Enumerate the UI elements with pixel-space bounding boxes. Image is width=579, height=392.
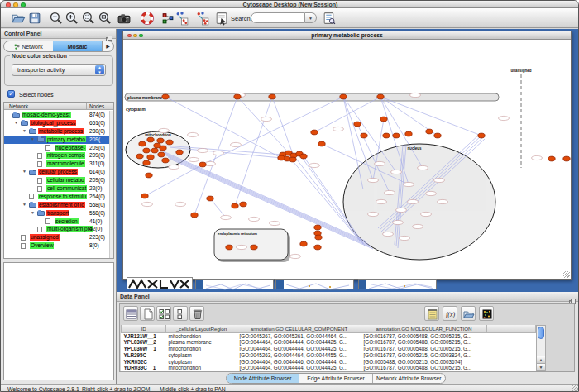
graph-node-unselected[interactable] — [426, 191, 437, 195]
tree-row[interactable]: unassigned223(0) — [4, 233, 114, 241]
new-attribute-icon[interactable] — [140, 306, 155, 321]
scrollbar-thumb[interactable] — [538, 327, 544, 339]
graph-node[interactable] — [191, 213, 198, 218]
graph-node[interactable] — [340, 94, 347, 99]
graph-node[interactable] — [300, 241, 307, 246]
graph-node[interactable] — [380, 117, 387, 122]
title-bar[interactable]: Cytoscape Desktop (New Session) — [1, 1, 579, 8]
graph-node-unselected[interactable] — [434, 178, 445, 182]
tree-row[interactable]: Overview8(0) — [4, 241, 114, 250]
tab-network[interactable]: Network — [4, 41, 53, 51]
table-icon[interactable] — [123, 306, 138, 321]
graph-node-unselected[interactable] — [376, 199, 387, 203]
table-scrollbar[interactable]: ▲ ▼ — [536, 325, 546, 371]
node-color-combo[interactable]: transporter activity ▲▼ — [12, 64, 106, 76]
graph-node-unselected[interactable] — [249, 217, 260, 221]
graph-node[interactable] — [548, 156, 555, 161]
graph-node-unselected[interactable] — [393, 220, 404, 224]
tree-row[interactable]: ▼transport558(0) — [4, 209, 114, 218]
graph-edge[interactable] — [194, 97, 237, 215]
help-lifesaver-icon[interactable] — [140, 11, 155, 26]
zoom-out-icon[interactable] — [49, 11, 64, 26]
graph-node[interactable] — [146, 173, 152, 178]
birds-eye-view[interactable] — [3, 262, 114, 380]
minimized-view-3[interactable] — [275, 279, 354, 289]
tree-expander-icon[interactable]: ▼ — [22, 128, 26, 133]
graph-node[interactable] — [143, 148, 150, 153]
graph-node[interactable] — [314, 225, 321, 230]
graph-node-unselected[interactable] — [438, 199, 448, 203]
graph-node[interactable] — [162, 158, 169, 163]
notepad-icon[interactable] — [424, 306, 439, 321]
graph-node[interactable] — [151, 148, 158, 153]
graph-node[interactable] — [311, 130, 318, 135]
graph-node[interactable] — [143, 160, 150, 165]
table-row[interactable]: YJR121W__1mitochondrion[GO:0045267, GO:0… — [122, 332, 536, 339]
graph-node-unselected[interactable] — [418, 165, 428, 170]
tree-row[interactable]: ▼cellular process614(0) — [4, 168, 114, 176]
graph-node[interactable] — [154, 143, 160, 148]
tab-mosaic[interactable]: Mosaic — [53, 41, 102, 51]
select-nodes-checkbox[interactable]: ✓ — [7, 90, 15, 98]
formula-icon[interactable]: f(x) — [443, 306, 457, 321]
graph-node-unselected[interactable] — [375, 161, 385, 165]
open-folder-icon[interactable] — [11, 11, 26, 26]
network-window-titlebar[interactable]: primary metabolic process — [123, 31, 571, 40]
graph-node[interactable] — [478, 133, 485, 138]
graph-node-unselected[interactable] — [499, 116, 510, 120]
graph-node-unselected[interactable] — [421, 212, 432, 216]
graph-node-unselected[interactable] — [383, 232, 394, 236]
graph-node-unselected[interactable] — [159, 128, 170, 132]
graph-node[interactable] — [405, 131, 412, 136]
table-row[interactable]: YDR039C__1mitochondrion[GO:0044464, GO:0… — [122, 365, 536, 371]
graph-node-unselected[interactable] — [309, 163, 320, 167]
table-row[interactable]: YPL036W__1mitochondrion[GO:0044464, GO:0… — [122, 346, 536, 352]
graph-node[interactable] — [162, 94, 169, 99]
table-row[interactable]: YKR052Ccytoplasm[GO:0044464, GO:0044446,… — [122, 358, 536, 365]
graph-node[interactable] — [226, 245, 232, 250]
graph-node-unselected[interactable] — [333, 127, 344, 131]
matrix-view-icon[interactable] — [479, 306, 494, 321]
graph-edge[interactable] — [272, 97, 294, 156]
graph-node-unselected[interactable] — [532, 155, 543, 160]
zoom-selected-icon[interactable] — [81, 11, 96, 26]
graph-node[interactable] — [147, 155, 154, 160]
minimized-view-4[interactable] — [358, 279, 437, 289]
network-view-window[interactable]: primary metabolic process plasma membran… — [122, 31, 572, 280]
graph-node[interactable] — [157, 138, 164, 143]
graph-node[interactable] — [158, 152, 165, 157]
graph-node-unselected[interactable] — [221, 215, 232, 219]
tree-row[interactable]: ▼primary metabo209(... — [4, 136, 114, 144]
graph-node[interactable] — [147, 137, 154, 142]
save-session-icon[interactable] — [27, 11, 42, 26]
tree-scrollbar[interactable] — [109, 111, 113, 258]
graph-edge[interactable] — [203, 97, 343, 165]
tree-row[interactable]: macromolecule311(0) — [4, 160, 114, 168]
graph-node[interactable] — [240, 202, 246, 207]
tree-expander-icon[interactable]: ▼ — [22, 169, 26, 174]
graph-node-unselected[interactable] — [189, 157, 199, 161]
tree-expander-icon[interactable]: ▼ — [22, 202, 26, 207]
graph-node[interactable] — [393, 133, 400, 138]
network-canvas[interactable]: plasma membrane cytoplasm mitochondrion … — [123, 40, 571, 279]
app-resize-grip[interactable] — [572, 385, 578, 391]
attribute-matrix-icon[interactable] — [173, 306, 188, 321]
graph-node-unselected[interactable] — [290, 254, 301, 258]
float-panel-icon[interactable] — [106, 31, 112, 37]
graph-node-unselected[interactable] — [231, 142, 242, 146]
tree-row[interactable]: nucleobase-209(0) — [4, 144, 114, 152]
graph-node[interactable] — [383, 133, 390, 138]
tree-row[interactable]: cell communicat22(0) — [4, 184, 114, 193]
tree-row[interactable]: multi-organism pro42(0) — [4, 225, 114, 233]
graph-node-unselected[interactable] — [385, 190, 395, 194]
graph-node[interactable] — [139, 141, 146, 146]
graph-edge[interactable] — [161, 151, 365, 241]
graph-node[interactable] — [232, 203, 238, 208]
graph-node-unselected[interactable] — [396, 208, 407, 212]
minimized-view-1[interactable] — [127, 277, 193, 289]
graph-node-unselected[interactable] — [404, 182, 414, 186]
graph-node[interactable] — [141, 194, 148, 198]
tab-edge-attribute-browser[interactable]: Edge Attribute Browser — [299, 374, 372, 383]
tree-expander-icon[interactable]: ▼ — [31, 210, 35, 215]
graph-node[interactable] — [234, 94, 241, 99]
